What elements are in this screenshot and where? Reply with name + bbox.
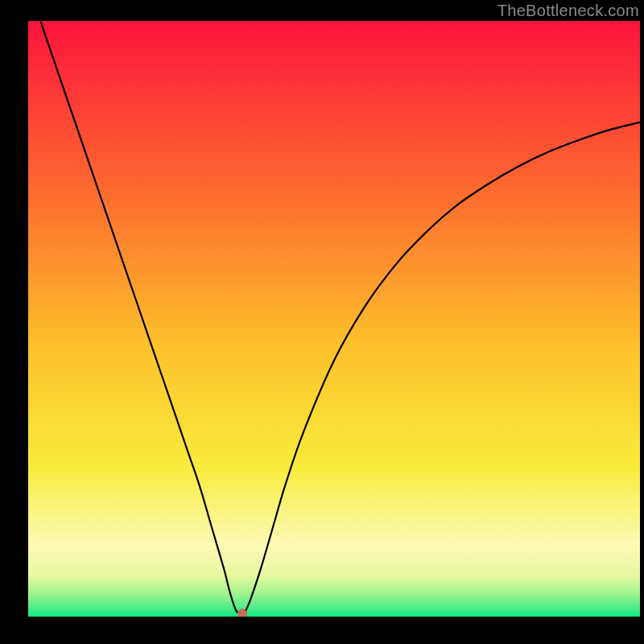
chart-frame: TheBottleneck.com bbox=[0, 0, 644, 644]
watermark-text: TheBottleneck.com bbox=[497, 2, 639, 20]
chart-svg bbox=[28, 21, 640, 617]
gradient-background bbox=[28, 21, 640, 617]
minimum-marker bbox=[238, 609, 247, 617]
plot-area bbox=[28, 21, 640, 617]
